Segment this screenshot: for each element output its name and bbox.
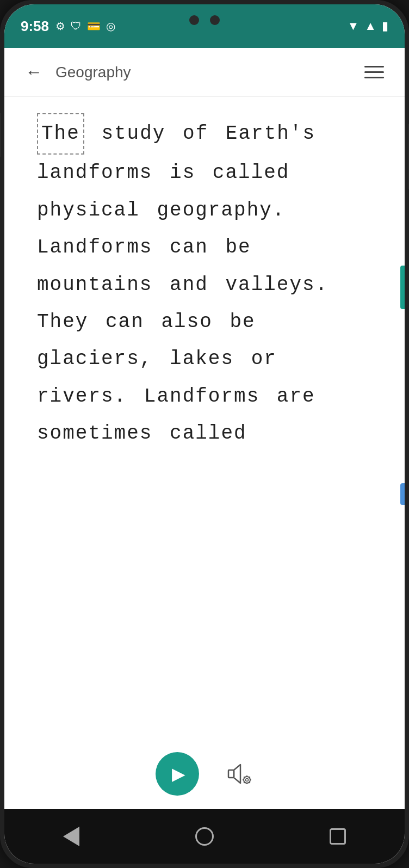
reading-text-body: study of Earth's landforms is called phy… [37, 122, 328, 445]
app-bar: ← Geography [4, 48, 405, 97]
wifi-icon: ▼ [347, 19, 359, 33]
back-button[interactable]: ← [21, 58, 47, 87]
gear-icon: ⚙ [55, 20, 65, 33]
scroll-indicator-2 [400, 483, 405, 505]
svg-line-10 [249, 777, 250, 777]
audio-settings-icon [226, 760, 253, 787]
camera-right [210, 15, 220, 25]
menu-button[interactable] [360, 61, 388, 83]
nav-recent-icon [330, 828, 346, 845]
phone-frame: 9:58 ⚙ 🛡 💳 ◎ ▼ ▲ ▮ ← Geography [0, 0, 409, 868]
scroll-indicator-1 [400, 266, 405, 309]
status-time: 9:58 [21, 18, 49, 35]
back-icon: ← [25, 62, 42, 82]
nav-recent-button[interactable] [324, 823, 351, 850]
play-icon: ▶ [172, 764, 185, 784]
nav-home-icon [195, 827, 214, 846]
highlighted-word[interactable]: The [37, 113, 84, 155]
phone-screen: 9:58 ⚙ 🛡 💳 ◎ ▼ ▲ ▮ ← Geography [4, 4, 405, 864]
status-right: ▼ ▲ ▮ [347, 19, 388, 33]
svg-marker-1 [234, 765, 240, 783]
svg-line-8 [244, 777, 244, 777]
status-left: 9:58 ⚙ 🛡 💳 ◎ [21, 18, 115, 35]
main-content: The study of Earth's landforms is called… [4, 97, 405, 744]
svg-line-9 [249, 782, 250, 783]
camera-left [189, 15, 199, 25]
menu-line-1 [364, 66, 384, 67]
menu-line-2 [364, 71, 384, 73]
app-bar-left: ← Geography [21, 58, 131, 87]
bottom-controls: ▶ [4, 744, 405, 809]
menu-line-3 [364, 77, 384, 78]
svg-point-3 [246, 779, 249, 781]
reading-text: The study of Earth's landforms is called… [37, 113, 377, 453]
svg-line-11 [244, 782, 244, 783]
status-icons: ⚙ 🛡 💳 ◎ [55, 20, 115, 33]
nav-back-icon [63, 827, 79, 846]
nav-back-button[interactable] [58, 823, 85, 850]
card-icon: 💳 [87, 20, 101, 33]
audio-settings-button[interactable] [226, 760, 253, 787]
bottom-nav [4, 809, 405, 864]
shield-icon: 🛡 [71, 20, 82, 33]
svg-rect-0 [228, 770, 234, 778]
battery-icon: ▮ [382, 19, 388, 33]
page-title: Geography [55, 64, 131, 81]
play-button[interactable]: ▶ [156, 752, 199, 796]
signal-icon: ▲ [364, 19, 376, 33]
svg-point-2 [244, 777, 250, 783]
at-icon: ◎ [106, 20, 115, 33]
camera-notch [189, 15, 220, 25]
status-bar: 9:58 ⚙ 🛡 💳 ◎ ▼ ▲ ▮ [4, 4, 405, 48]
nav-home-button[interactable] [191, 823, 218, 850]
